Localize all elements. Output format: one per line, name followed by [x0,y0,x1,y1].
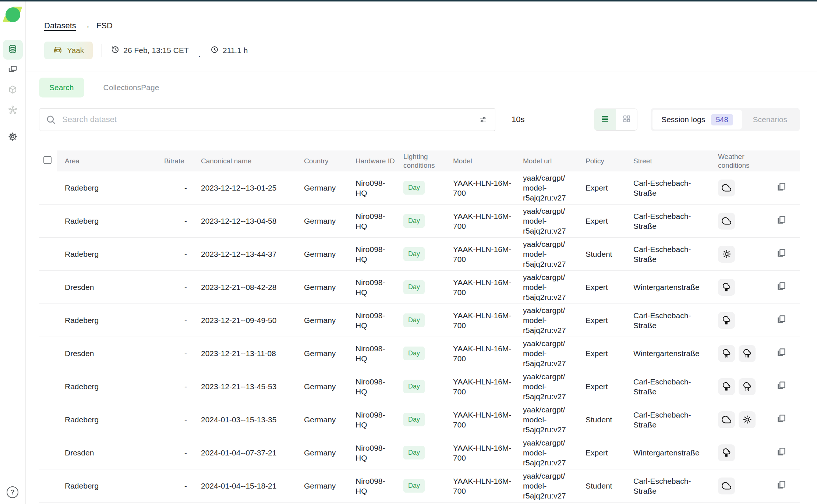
main-content: Datasets → FSD Yaak 26 Feb, 13:15 CET . … [26,1,817,504]
list-view-button[interactable] [594,109,616,130]
sidebar-nav [0,40,25,148]
scenarios-segment[interactable]: Scenarios [742,115,798,124]
table-row[interactable]: Radeberg-2023-12-12--13-01-25GermanyNiro… [39,171,800,205]
cell-lighting: Day [395,469,445,503]
table-row[interactable]: Radeberg-2024-01-04--15-18-21GermanyNiro… [39,469,800,503]
cell-street: Carl-Eschebach-Straße [625,205,710,238]
cell-canonical-name: 2024-01-04--07-37-21 [193,436,296,469]
table-row[interactable]: Radeberg-2023-12-12--13-04-58GermanyNiro… [39,205,800,238]
cell-lighting: Day [395,403,445,436]
lighting-badge: Day [403,181,425,195]
cell-lighting: Day [395,304,445,337]
table-row[interactable]: Dresden-2023-12-21--13-11-08GermanyNiro0… [39,337,800,370]
cell-area: Radeberg [57,171,156,205]
table-row[interactable]: Dresden-2024-01-05--08-46-29GermanyNiro0… [39,503,800,504]
select-all-checkbox[interactable] [43,156,52,164]
cell-weather [710,436,765,469]
table-row[interactable]: Radeberg-2024-01-03--15-13-35GermanyNiro… [39,403,800,436]
cell-model: YAAK-HLN-16M-700 [445,171,515,205]
column-header-country: Country [296,150,347,171]
cell-model: YAAK-HLN-16M-700 [445,337,515,370]
cell-country: Germany [296,370,347,403]
table-row[interactable]: Radeberg-2023-12-21--09-49-50GermanyNiro… [39,304,800,337]
cell-model: YAAK-HLN-16M-700 [445,271,515,304]
table-row[interactable]: Radeberg-2023-12-12--13-44-37GermanyNiro… [39,238,800,271]
sidebar-item-models[interactable] [3,80,23,100]
cloud-icon [718,213,735,230]
cell-lighting: Day [395,205,445,238]
rain-icon [718,444,735,461]
copy-button[interactable] [776,182,786,192]
clock-icon [210,45,219,56]
copy-button[interactable] [776,480,786,490]
cell-canonical-name: 2023-12-12--13-04-58 [193,205,296,238]
logo-circle [6,7,20,22]
controls-row: 10s Session logs 548 Scenarios [39,108,800,131]
cell-weather [710,503,765,504]
vehicle-badge[interactable]: Yaak [44,42,93,59]
cell-street: Wintergartenstraße [625,337,710,370]
cell-bitrate: - [156,238,193,271]
cell-model-url: yaak/cargpt/model-r5ajq2ru:v27 [515,205,577,238]
list-icon [600,114,610,125]
column-header-street: Street [625,150,710,171]
cell-hardware-id: Niro098-HQ [347,205,395,238]
cell-policy: Expert [577,370,625,403]
page-title: FSD [96,21,113,31]
history-clock-icon [111,45,120,56]
separator-dot: . [198,50,201,59]
table-row[interactable]: Dresden-2023-12-21--08-42-28GermanyNiro0… [39,271,800,304]
cell-area: Dresden [57,271,156,304]
cell-bitrate: - [156,370,193,403]
cell-area: Dresden [57,503,156,504]
column-header-policy: Policy [577,150,625,171]
sidebar-item-settings[interactable] [3,127,23,147]
sidebar-item-collections[interactable] [3,60,23,80]
copy-button[interactable] [776,314,786,324]
copy-button[interactable] [776,380,786,391]
cell-model-url: yaak/cargpt/model-r5ajq2ru:v27 [515,304,577,337]
search-input[interactable] [39,108,495,131]
cell-country: Germany [296,337,347,370]
cell-actions [765,469,800,503]
filter-icon[interactable] [478,115,488,124]
copy-button[interactable] [776,215,786,225]
session-logs-segment[interactable]: Session logs 548 [652,110,742,129]
cell-street: Carl-Eschebach-Straße [625,403,710,436]
grid-view-button[interactable] [616,109,637,130]
copy-button[interactable] [776,281,786,291]
search-box [39,108,495,131]
cell-bitrate: - [156,205,193,238]
cell-lighting: Day [395,238,445,271]
cell-area: Dresden [57,436,156,469]
app-logo[interactable] [4,7,21,24]
table-row[interactable]: Radeberg-2023-12-21--13-45-53GermanyNiro… [39,370,800,403]
sidebar-item-graph[interactable] [3,100,23,120]
cell-country: Germany [296,403,347,436]
sidebar: ? [0,1,26,504]
copy-button[interactable] [776,414,786,424]
cell-lighting: Day [395,370,445,403]
sun-icon [718,246,735,263]
table-row[interactable]: Dresden-2024-01-04--07-37-21GermanyNiro0… [39,436,800,469]
cell-area: Radeberg [57,370,156,403]
copy-button[interactable] [776,447,786,457]
cell-area: Radeberg [57,469,156,503]
tab-collections-page[interactable]: CollectionsPage [93,78,170,97]
copy-button[interactable] [776,347,786,358]
cell-actions [765,436,800,469]
sidebar-item-datasets[interactable] [3,40,23,60]
dataset-timestamp: 26 Feb, 13:15 CET [111,45,188,56]
cell-model: YAAK-HLN-16M-700 [445,469,515,503]
cell-model-url: yaak/cargpt/model-r5ajq2ru:v27 [515,503,577,504]
car-icon [53,45,63,56]
help-button[interactable]: ? [7,486,18,498]
cell-model-url: yaak/cargpt/model-r5ajq2ru:v27 [515,370,577,403]
copy-button[interactable] [776,248,786,258]
cell-hardware-id: Niro098-HQ [347,503,395,504]
cell-select [39,337,57,370]
tab-search[interactable]: Search [39,78,84,97]
breadcrumb-datasets-link[interactable]: Datasets [44,21,76,31]
cell-weather [710,403,765,436]
duration-filter[interactable]: 10s [512,115,524,124]
